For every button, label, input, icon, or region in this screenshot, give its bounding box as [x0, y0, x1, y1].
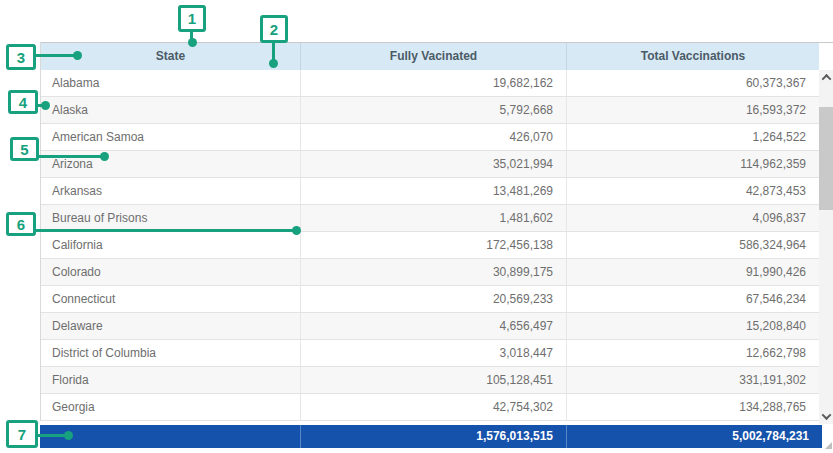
callout-5-connector	[38, 155, 103, 158]
cell-state: Florida	[41, 367, 300, 393]
table-row[interactable]: Georgia 42,754,302 134,288,765	[41, 394, 819, 421]
callout-7-connector	[37, 434, 67, 437]
callout-1-badge: 1	[178, 5, 206, 32]
column-header-fully-vaccinated[interactable]: Fully Vacinated	[300, 43, 566, 70]
cell-total-vaccinations: 4,096,837	[566, 205, 819, 231]
chevron-down-icon	[821, 410, 831, 420]
scrollbar-thumb[interactable]	[819, 107, 833, 210]
vertical-scrollbar[interactable]	[819, 70, 833, 424]
cell-fully-vaccinated: 4,656,497	[300, 313, 566, 339]
cell-state: District of Columbia	[41, 340, 300, 366]
table-row[interactable]: Bureau of Prisons 1,481,602 4,096,837	[41, 205, 819, 232]
resize-grip-icon[interactable]	[825, 442, 832, 449]
callout-5-badge: 5	[10, 137, 39, 161]
total-cell-fully-vaccinated: 1,576,013,515	[300, 425, 566, 448]
table-row[interactable]: Connecticut 20,569,233 67,546,234	[41, 286, 819, 313]
column-header-total-vaccinations[interactable]: Total Vaccinations	[566, 43, 819, 70]
table-row[interactable]: California 172,456,138 586,324,964	[41, 232, 819, 259]
total-cell-total-vaccinations: 5,002,784,231	[566, 425, 822, 448]
table-body: Alabama 19,682,162 60,373,367 Alaska 5,7…	[41, 70, 819, 421]
table-total-row: 1,576,013,515 5,002,784,231	[40, 425, 822, 448]
callout-6-connector	[35, 229, 295, 232]
table-row[interactable]: Delaware 4,656,497 15,208,840	[41, 313, 819, 340]
callout-3-connector	[35, 54, 76, 57]
table-row[interactable]: American Samoa 426,070 1,264,522	[41, 124, 819, 151]
table-row[interactable]: District of Columbia 3,018,447 12,662,79…	[41, 340, 819, 367]
table-row[interactable]: Arizona 35,021,994 114,962,359	[41, 151, 819, 178]
callout-3-dot	[73, 51, 82, 60]
cell-state: Colorado	[41, 259, 300, 285]
cell-state: Alaska	[41, 97, 300, 123]
callout-7-dot	[64, 431, 73, 440]
table-row[interactable]: Colorado 30,899,175 91,990,426	[41, 259, 819, 286]
scroll-up-button[interactable]	[819, 70, 833, 85]
cell-total-vaccinations: 331,191,302	[566, 367, 819, 393]
cell-fully-vaccinated: 30,899,175	[300, 259, 566, 285]
cell-state: California	[41, 232, 300, 258]
cell-fully-vaccinated: 426,070	[300, 124, 566, 150]
cell-state: Bureau of Prisons	[41, 205, 300, 231]
cell-fully-vaccinated: 172,456,138	[300, 232, 566, 258]
callout-3-badge: 3	[6, 44, 36, 70]
cell-state: Delaware	[41, 313, 300, 339]
scroll-down-button[interactable]	[819, 409, 833, 424]
cell-total-vaccinations: 67,546,234	[566, 286, 819, 312]
cell-total-vaccinations: 12,662,798	[566, 340, 819, 366]
cell-total-vaccinations: 1,264,522	[566, 124, 819, 150]
cell-state: Connecticut	[41, 286, 300, 312]
callout-2-dot	[269, 59, 278, 68]
table-row[interactable]: Arkansas 13,481,269 42,873,453	[41, 178, 819, 205]
cell-fully-vaccinated: 20,569,233	[300, 286, 566, 312]
cell-total-vaccinations: 114,962,359	[566, 151, 819, 177]
cell-total-vaccinations: 42,873,453	[566, 178, 819, 204]
cell-fully-vaccinated: 35,021,994	[300, 151, 566, 177]
cell-fully-vaccinated: 3,018,447	[300, 340, 566, 366]
cell-state: American Samoa	[41, 124, 300, 150]
cell-fully-vaccinated: 42,754,302	[300, 394, 566, 420]
callout-4-dot	[41, 101, 50, 110]
cell-total-vaccinations: 586,324,964	[566, 232, 819, 258]
cell-fully-vaccinated: 19,682,162	[300, 70, 566, 96]
page: State Fully Vacinated Total Vaccinations…	[0, 0, 833, 453]
cell-total-vaccinations: 16,593,372	[566, 97, 819, 123]
table-row[interactable]: Florida 105,128,451 331,191,302	[41, 367, 819, 394]
table-row[interactable]: Alaska 5,792,668 16,593,372	[41, 97, 819, 124]
cell-fully-vaccinated: 13,481,269	[300, 178, 566, 204]
cell-total-vaccinations: 60,373,367	[566, 70, 819, 96]
callout-6-badge: 6	[6, 212, 36, 236]
table-header: State Fully Vacinated Total Vaccinations	[41, 43, 819, 70]
callout-7-badge: 7	[6, 420, 38, 448]
cell-total-vaccinations: 15,208,840	[566, 313, 819, 339]
callout-6-dot	[292, 226, 301, 235]
callout-1-dot	[188, 38, 197, 47]
callout-4-badge: 4	[8, 90, 38, 114]
callout-5-dot	[100, 152, 109, 161]
cell-fully-vaccinated: 1,481,602	[300, 205, 566, 231]
callout-2-badge: 2	[260, 15, 288, 43]
total-cell-state	[40, 425, 300, 448]
cell-fully-vaccinated: 5,792,668	[300, 97, 566, 123]
cell-state: Alabama	[41, 70, 300, 96]
cell-fully-vaccinated: 105,128,451	[300, 367, 566, 393]
cell-total-vaccinations: 91,990,426	[566, 259, 819, 285]
cell-total-vaccinations: 134,288,765	[566, 394, 819, 420]
cell-state: Arkansas	[41, 178, 300, 204]
cell-state: Georgia	[41, 394, 300, 420]
chevron-up-icon	[821, 74, 831, 84]
table-row[interactable]: Alabama 19,682,162 60,373,367	[41, 70, 819, 97]
